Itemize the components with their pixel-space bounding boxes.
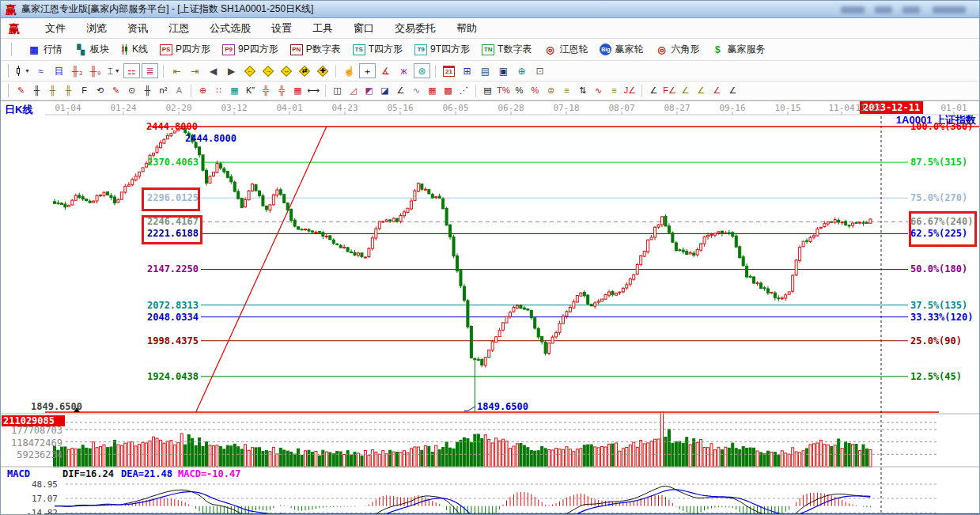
gold-circle-tool[interactable]: ⊜ [543, 84, 558, 98]
gold-line2-tool[interactable]: ≡ [607, 84, 622, 98]
title-bar[interactable]: 赢 赢家江恩专业版[赢家内部服务平台] - [上证指数 SH1A0001-250… [1, 1, 979, 18]
curve-overlay-button[interactable]: ≈ [32, 63, 49, 78]
k-quote-tool[interactable]: K″ [243, 84, 258, 98]
gann-grid-tool[interactable]: ╫ [29, 84, 44, 98]
date-label[interactable]: 01-01 [940, 103, 967, 113]
date-label[interactable]: 01-24 [110, 103, 136, 113]
date-label[interactable]: 11-22 [855, 103, 881, 113]
pattern-highlight-button[interactable]: ⚏ [123, 63, 140, 78]
wave-red-tool[interactable]: ∿ [591, 84, 606, 98]
win-grid-tool[interactable]: ╬ [274, 84, 289, 98]
shift-right-diamond-button[interactable]: → [259, 63, 276, 78]
candle-style-button[interactable]: ⌶▼ [105, 63, 122, 78]
gold-line-tool[interactable]: ≡ [559, 84, 574, 98]
menu-item-browse[interactable]: 浏览 [86, 21, 107, 36]
gold-angle-tool[interactable]: ∠ [678, 84, 693, 98]
date-label[interactable]: 05-16 [387, 103, 413, 113]
prev-page-button[interactable]: ◀ [205, 63, 221, 78]
date-label[interactable]: 04-23 [331, 103, 358, 113]
9t-square-button[interactable]: T99T四方形 [414, 43, 470, 56]
shen-angle-tool[interactable]: ∠ [694, 84, 709, 98]
pattern-brain-button[interactable]: ⊛ [414, 63, 430, 78]
date-label[interactable]: 03-12 [221, 103, 247, 113]
menu-item-formula-stock-picker[interactable]: 公式选股 [210, 21, 251, 36]
date-label[interactable]: 09-16 [719, 103, 745, 113]
expand-diamond-button[interactable]: ↔ [278, 63, 294, 78]
hash-tool[interactable]: ╫ [140, 84, 155, 98]
notepad-button[interactable]: ▤ [477, 63, 494, 78]
period-daily-button[interactable]: ▼ [14, 63, 31, 78]
gold-grid2-tool[interactable]: ╫ [61, 84, 76, 98]
n2-tool[interactable]: n² [156, 84, 171, 98]
width-arrows-tool[interactable]: ⟷ [306, 84, 321, 98]
dots-grid-tool[interactable]: ∷ [211, 84, 226, 98]
menu-item-news[interactable]: 资讯 [127, 21, 148, 36]
num-grid-tool[interactable]: ▦ [290, 84, 305, 98]
f-grid-tool[interactable]: F [77, 84, 92, 98]
hexagon-button[interactable]: ◎六角形 [655, 43, 699, 56]
date-label[interactable]: 02-20 [165, 103, 191, 113]
t-pct-tool[interactable]: T% [496, 84, 511, 98]
menu-item-help[interactable]: 帮助 [456, 21, 477, 36]
rays-tool[interactable]: ◿ [346, 84, 361, 98]
pencil-grid-tool[interactable]: ✎ [108, 84, 123, 98]
fan-purple-tool[interactable]: ◩ [361, 84, 376, 98]
quotes-button[interactable]: ▦行情 [28, 43, 62, 56]
gold-grid-tool[interactable]: ╫ [45, 84, 60, 98]
circle-crosshair-tool[interactable]: ⊕ [195, 84, 210, 98]
9p-square-button[interactable]: P99P四方形 [222, 43, 278, 56]
date-label[interactable]: 10-15 [774, 103, 800, 113]
chart-pane[interactable]: 日K线 1A0001 上证指数 2013-12-11 2444.8000 244… [1, 100, 980, 515]
box-tool[interactable]: ◫ [330, 84, 345, 98]
date-label[interactable]: 11-04 [828, 103, 854, 113]
p-square-button[interactable]: PSP四方形 [160, 43, 210, 56]
f-angle-tool[interactable]: F∠ [662, 84, 677, 98]
date-label[interactable]: 08-27 [664, 103, 690, 113]
sectors-button[interactable]: ▚板块 [74, 43, 109, 56]
pan-hand-button[interactable]: ☝ [341, 63, 358, 78]
angle-measure-button[interactable]: ∡ [377, 63, 394, 78]
pencil-tool[interactable]: ✎ [13, 84, 28, 98]
date-label[interactable]: 07-18 [553, 103, 579, 113]
fit-all-diamond-button[interactable]: ✚ [314, 63, 331, 78]
kline-button[interactable]: K线 [121, 43, 148, 56]
gann-wheel-button[interactable]: ◎江恩轮 [543, 43, 588, 56]
pct-tool[interactable]: % [512, 84, 527, 98]
date-label[interactable]: 04-01 [276, 103, 302, 113]
shen-grid-tool[interactable]: ╬ [259, 84, 274, 98]
spiral-tool[interactable]: ⟲ [93, 84, 108, 98]
angle-letter-tool[interactable]: A [172, 84, 187, 98]
circle-gann-tool[interactable]: ⊙ [124, 84, 139, 98]
menu-item-trade-entrust[interactable]: 交易委托 [395, 21, 436, 36]
date-label[interactable]: 06-05 [442, 103, 468, 113]
winner-wheel-button[interactable]: Big赢家轮 [600, 43, 643, 56]
save-button[interactable]: ▣ [495, 63, 512, 78]
winner-service-button[interactable]: $赢家服务 [711, 43, 765, 56]
win-angle-tool[interactable]: ∠ [709, 84, 725, 98]
sort-tool[interactable]: ⇅ [575, 84, 590, 98]
compress-9-button[interactable]: ╫9 [87, 63, 104, 78]
date-label[interactable]: 06-28 [498, 103, 524, 113]
angle-tool[interactable]: ∠ [646, 84, 661, 98]
grid-red-tool[interactable]: ▦ [425, 84, 440, 98]
calculator-button[interactable]: ⊞ [459, 63, 475, 78]
volume-profile-button[interactable]: ≣ [142, 63, 158, 78]
four-angle-tool[interactable]: ∠ [725, 84, 740, 98]
fan-blue-tool[interactable]: ◪ [377, 84, 392, 98]
j-angle-tool[interactable]: J∠ [622, 84, 638, 98]
date-label[interactable]: 08-07 [608, 103, 634, 113]
web-update-button[interactable]: ⊕ [513, 63, 530, 78]
slope-lines-tool[interactable]: ⋰ [456, 84, 471, 98]
gann-tool-button[interactable]: ж [395, 63, 412, 78]
remote-pc-button[interactable]: ⊡ [532, 63, 548, 78]
t-square-button[interactable]: TST四方形 [353, 43, 403, 56]
menu-item-gann[interactable]: 江恩 [168, 21, 189, 36]
menu-item-tools[interactable]: 工具 [312, 21, 333, 36]
grid-box-tool[interactable]: ▦ [227, 84, 242, 98]
compress-3-button[interactable]: ╫3 [69, 63, 85, 78]
last-page-button[interactable]: ⇥ [187, 63, 203, 78]
calendar-button[interactable]: 21 [441, 63, 457, 78]
info-list-button[interactable]: 目 [51, 63, 67, 78]
wave-tool[interactable]: ∿ [409, 84, 424, 98]
t-number-table-button[interactable]: TNT数字表 [482, 43, 532, 56]
